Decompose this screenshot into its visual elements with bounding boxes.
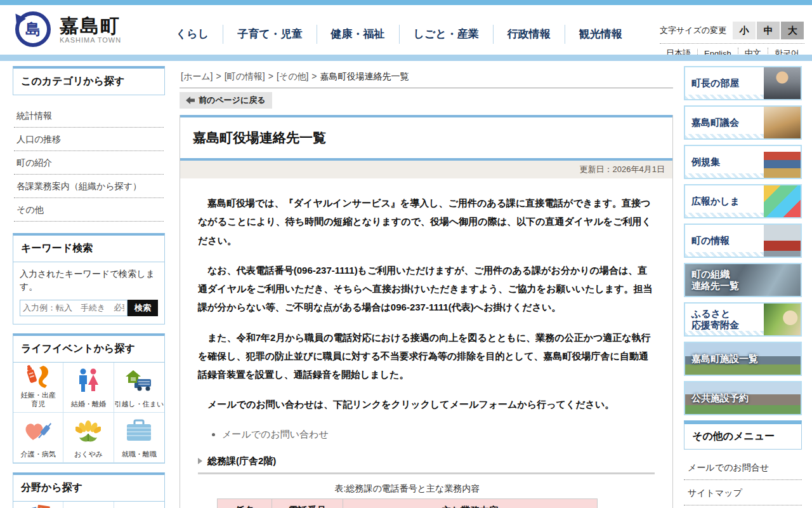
life-event-box: ライフイベントから探す: [13, 333, 165, 464]
field-insurance[interactable]: 国保・医療 年金: [13, 502, 63, 508]
nav-shigoto[interactable]: しごと・産業: [400, 24, 493, 44]
moving-icon: [124, 363, 154, 400]
banner-mayors-room[interactable]: 町長の部屋: [684, 66, 802, 100]
banner-town-info[interactable]: 町の情報: [684, 224, 802, 258]
banner-label: 公共施設予約: [685, 392, 749, 404]
banner-label: 町の組織 連絡先一覧: [685, 269, 739, 291]
right-sidebar: 町長の部屋 嘉島町議会 例規集 広報かしま 町の情報 町の組織 連絡先一覧 ふる…: [684, 66, 802, 505]
category-box-title: このカテゴリから探す: [13, 69, 164, 95]
nav-kurashi[interactable]: くらし: [162, 24, 223, 44]
banner-regulations[interactable]: 例規集: [684, 145, 802, 179]
life-event-label: 妊娠・出産 育児: [21, 391, 56, 409]
nav-kanko[interactable]: 観光情報: [565, 24, 636, 44]
banner-facility-list[interactable]: 嘉島町施設一覧: [684, 342, 802, 376]
keyword-search-description: 入力されたキーワードで検索します。: [13, 262, 164, 297]
menu-item-mail-inquiry[interactable]: メールでのお問合せ: [684, 455, 802, 480]
food-photo: [764, 304, 801, 335]
banner-town-council[interactable]: 嘉島町議会: [684, 105, 802, 140]
nav-kenko[interactable]: 健康・福祉: [317, 24, 399, 44]
breadcrumb-separator: >: [311, 71, 317, 81]
books-photo: [764, 146, 801, 178]
keyword-search-row: 検索: [13, 297, 164, 324]
sidebar-item-departments[interactable]: 各課業務案内（組織から探す）: [14, 175, 164, 198]
mail-inquiry-link[interactable]: メールでのお問い合わせ: [222, 429, 329, 439]
field-tax[interactable]: ¥ 税金: [63, 502, 114, 508]
breadcrumb-home[interactable]: [ホーム]: [181, 71, 213, 81]
life-event-label: 就職・離職: [122, 450, 157, 459]
life-event-moving[interactable]: 引越し・住まい: [114, 363, 164, 413]
page: 島 嘉島町 KASHIMA TOWN くらし 子育て・児童 健康・福祉 しごと・…: [0, 0, 812, 508]
council-photo: [764, 107, 801, 138]
life-event-title: ライフイベントから探す: [13, 336, 164, 362]
sidebar-item-others[interactable]: その他: [14, 198, 164, 222]
life-event-label: 結婚・離婚: [71, 400, 106, 409]
banner-furusato-donation[interactable]: ふるさと 応援寄附金: [684, 302, 802, 337]
article-body: 嘉島町役場では、『ダイヤルインサービス』を導入し、ご用件のある課に直接電話ができ…: [180, 178, 672, 508]
site-subtitle: KASHIMA TOWN: [60, 36, 121, 44]
nav-kosodate[interactable]: 子育て・児童: [223, 24, 316, 44]
banner-label: ふるさと 応援寄附金: [685, 308, 739, 331]
life-event-employment[interactable]: 就職・離職: [114, 413, 164, 463]
breadcrumb-current: 嘉島町役場連絡先一覧: [320, 71, 409, 81]
banner-facility-reservation[interactable]: 公共施設予約: [684, 381, 802, 415]
life-event-condolence[interactable]: おくやみ: [63, 413, 114, 463]
font-size-medium-button[interactable]: 中: [757, 22, 780, 39]
font-size-large-button[interactable]: 大: [781, 22, 804, 39]
other-menu-list: メールでのお問合せ サイトマップ: [684, 455, 802, 505]
field-box-title: 分野から探す: [13, 475, 164, 501]
paragraph-recording: また、令和7年2月から職員の電話対応における接遇の向上を図るとともに、業務の公正…: [198, 328, 655, 384]
mayor-photo: [764, 67, 801, 99]
condolence-icon: [75, 413, 101, 450]
search-input[interactable]: [20, 300, 128, 316]
life-event-pregnancy[interactable]: 妊娠・出産 育児: [13, 363, 63, 413]
site-logo[interactable]: 島 嘉島町 KASHIMA TOWN: [15, 11, 121, 47]
banner-public-relations[interactable]: 広報かしま: [684, 184, 802, 218]
town-emblem-icon: 島: [15, 11, 51, 47]
insurance-icon: [24, 502, 52, 508]
nav-gyosei[interactable]: 行政情報: [494, 24, 565, 44]
top-accent-bar: [0, 0, 812, 5]
col-header-duties: 主な業務内容: [343, 498, 598, 508]
emblem-swirl-icon: [11, 10, 26, 25]
employment-icon: [126, 413, 152, 450]
field-nursing[interactable]: 介護保険: [114, 502, 164, 508]
paragraph-main-number: なお、代表電話番号(096-237-1111)もご利用いただけますが、ご用件のあ…: [198, 261, 655, 317]
sidebar-item-town-intro[interactable]: 町の紹介: [14, 151, 164, 175]
page-title: 嘉島町役場連絡先一覧: [193, 129, 660, 147]
banner-label: 嘉島町議会: [685, 117, 739, 128]
link-list: メールでのお問い合わせ: [212, 425, 655, 443]
phone-table: 係名 電話番号 主な業務内容 総務係 096-237-1112 議会、選挙管理委…: [217, 498, 598, 508]
site-title: 嘉島町: [60, 15, 121, 36]
table-caption: 表:総務課の電話番号と主な業務内容: [217, 483, 598, 495]
font-size-small-button[interactable]: 小: [733, 22, 756, 39]
col-header-section: 係名: [218, 498, 272, 508]
site-header: 島 嘉島町 KASHIMA TOWN くらし 子育て・児童 健康・福祉 しごと・…: [0, 5, 812, 55]
sidebar-item-population[interactable]: 人口の推移: [14, 128, 164, 151]
life-event-marriage[interactable]: 結婚・離婚: [63, 363, 114, 413]
life-event-care[interactable]: 介護・病気: [13, 413, 63, 463]
menu-item-sitemap[interactable]: サイトマップ: [684, 480, 802, 505]
care-icon: [24, 413, 52, 450]
section-heading: 総務課(庁舎2階): [198, 455, 655, 474]
back-button-label: 前のページに戻る: [199, 95, 266, 106]
breadcrumb-town-info[interactable]: [町の情報]: [225, 71, 265, 81]
content-panel: 嘉島町役場連絡先一覧 更新日：2026年4月1日 嘉島町役場では、『ダイヤルイン…: [180, 115, 673, 508]
sidebar-item-statistics[interactable]: 統計情報: [14, 104, 164, 128]
keyword-search-box: キーワード検索 入力されたキーワードで検索します。 検索: [13, 233, 165, 324]
category-list: 統計情報 人口の推移 町の紹介 各課業務案内（組織から探す） その他: [14, 104, 164, 222]
back-button[interactable]: 前のページに戻る: [180, 92, 272, 109]
back-arrow-icon: [186, 97, 195, 104]
marriage-icon: [75, 363, 101, 400]
search-button[interactable]: 検索: [128, 300, 158, 316]
update-date: 更新日：2026年4月1日: [180, 161, 672, 178]
banner-label: 広報かしま: [685, 196, 740, 207]
paragraph-dial-in: 嘉島町役場では、『ダイヤルインサービス』を導入し、ご用件のある課に直接電話ができ…: [198, 194, 655, 250]
nursing-care-icon: [126, 502, 152, 508]
paragraph-mail-info: メールでのお問い合わせは、下記リンクをクリックしてメールフォームから行ってくださ…: [198, 395, 655, 413]
breadcrumb-others[interactable]: [その他]: [277, 71, 308, 81]
life-event-label: 引越し・住まい: [114, 400, 164, 409]
section-title: 総務課(庁舎2階): [207, 455, 276, 467]
other-menu-title: その他のメニュー: [684, 424, 801, 449]
pregnancy-icon: [24, 363, 52, 392]
banner-organization-contacts[interactable]: 町の組織 連絡先一覧: [684, 263, 802, 297]
